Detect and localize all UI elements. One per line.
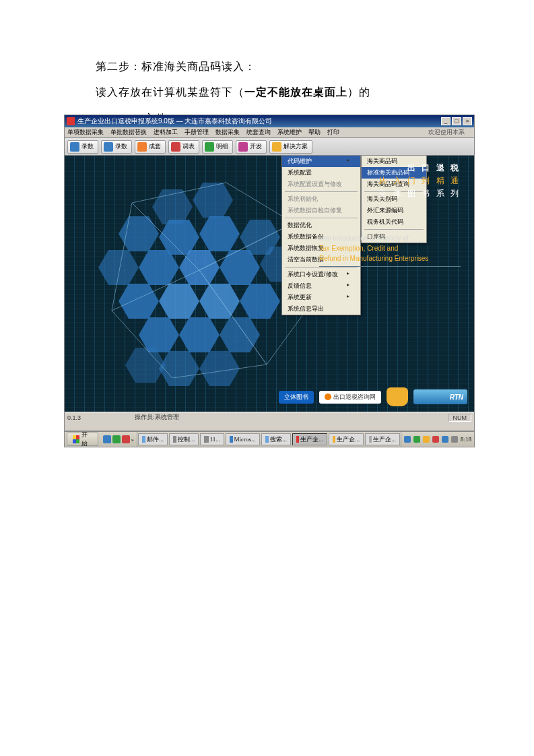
task-icon xyxy=(296,436,299,443)
close-button[interactable]: × xyxy=(463,117,472,125)
task-label: 11... xyxy=(210,436,220,443)
doc-line2-a: 读入存放在计算机某盘符下（ xyxy=(96,86,244,98)
taskbar-task[interactable]: 生产企... xyxy=(365,433,400,445)
tray-icon[interactable] xyxy=(404,436,411,443)
toolbar-button[interactable]: 录数 xyxy=(101,140,132,154)
toolbar-label: 成套 xyxy=(149,142,161,151)
task-label: 生产企... xyxy=(373,435,396,444)
toolbar-label: 录数 xyxy=(115,142,127,151)
taskbar-task[interactable]: Micros... xyxy=(226,433,260,445)
menu-item[interactable]: 系统维护 xyxy=(277,128,302,137)
promo-line3: 立 体 图 书 系 列 xyxy=(346,188,461,199)
menu-item[interactable]: 手册管理 xyxy=(185,128,209,137)
menu-item[interactable]: 统套查询 xyxy=(246,128,271,137)
toolbar-button[interactable]: 成套 xyxy=(135,140,166,154)
task-label: 邮件... xyxy=(147,435,164,444)
toolbar-label: 录数 xyxy=(81,142,94,151)
toolbar-button[interactable]: 开发 xyxy=(236,140,267,154)
tray-icon[interactable] xyxy=(451,436,458,443)
taskbar-task[interactable]: 11... xyxy=(200,433,224,445)
promo-subtext: rom Introduction to Mastery of Tax Exemp… xyxy=(319,233,461,267)
toolbar-icon xyxy=(238,142,248,152)
toolbar-label: 开发 xyxy=(250,142,262,151)
task-icon xyxy=(230,436,232,443)
task-icon xyxy=(369,436,372,443)
tray-icon[interactable] xyxy=(432,436,439,443)
welcome-text: 欢迎使用本系 xyxy=(428,128,465,137)
app-icon xyxy=(67,117,75,125)
submenu-item[interactable]: 税务机关代码 xyxy=(362,216,426,228)
start-label: 开始 xyxy=(81,431,92,447)
task-label: 生产企... xyxy=(300,435,323,444)
menu-item[interactable]: 帮助 xyxy=(308,128,321,137)
tray-clock: 8:18 xyxy=(461,436,471,443)
toolbar-icon xyxy=(205,142,214,152)
task-icon xyxy=(204,436,209,443)
status-numlock: NUM xyxy=(448,414,472,422)
minimize-button[interactable]: _ xyxy=(441,117,450,125)
toolbar-icon xyxy=(104,142,113,152)
menu-item[interactable]: 单批数据替换 xyxy=(110,128,147,137)
windows-taskbar: 开始 » 邮件... 控制... 11... Micros... 搜索... 生… xyxy=(64,431,475,447)
task-icon xyxy=(173,436,176,443)
toolbar-button[interactable]: 解决方案 xyxy=(269,140,312,154)
doc-line1: 第二步：标准海关商品码读入： xyxy=(74,54,465,80)
badge-book[interactable]: 立体图书 xyxy=(279,391,314,404)
window-title: 生产企业出口退税申报系统9.0版 — 大连市嘉泰科技咨询有限公司 xyxy=(77,117,272,126)
taskbar-task-active[interactable]: 生产企... xyxy=(292,433,327,445)
toolbar-button[interactable]: 调表 xyxy=(168,140,199,154)
menu-item[interactable]: 数据优化 xyxy=(282,220,360,231)
taskbar-task[interactable]: 搜索... xyxy=(261,433,291,445)
doc-line2-bold: 一定不能放在桌面上 xyxy=(244,86,347,98)
menu-item[interactable]: 进料加工 xyxy=(154,128,178,137)
taskbar-task[interactable]: 生产企... xyxy=(329,433,364,445)
promo-line2: 从 入 门 到 精 通 xyxy=(346,175,461,187)
toolbar: 录数 录数 成套 调表 明细 开发 解决方案 xyxy=(65,138,474,156)
bottom-badges: 立体图书 出口退税咨询网 RTN xyxy=(279,387,467,406)
maximize-button[interactable]: □ xyxy=(452,117,461,125)
menu-item[interactable]: 系统更新 xyxy=(282,292,360,303)
taskbar-task[interactable]: 邮件... xyxy=(138,433,168,445)
menubar: 单项数据采集 单批数据替换 进料加工 手册管理 数据采集 统套查询 系统维护 帮… xyxy=(65,127,474,138)
tray-icon[interactable] xyxy=(442,436,448,443)
badge-logo: RTN xyxy=(413,389,467,404)
toolbar-icon xyxy=(137,142,147,152)
toolbar-button[interactable]: 明细 xyxy=(202,140,233,154)
toolbar-label: 解决方案 xyxy=(283,142,308,151)
status-operator: 操作员:系统管理 xyxy=(135,413,179,422)
taskbar-task[interactable]: 控制... xyxy=(169,433,199,445)
menu-item[interactable]: 数据采集 xyxy=(215,128,240,137)
badge-website-label: 出口退税咨询网 xyxy=(333,393,376,402)
promo-text: 出 口 退 税 从 入 门 到 精 通 立 体 图 书 系 列 xyxy=(346,162,461,199)
badge-website[interactable]: 出口退税咨询网 xyxy=(319,391,381,404)
tray-icon[interactable] xyxy=(423,436,430,443)
quicklaunch-icon[interactable] xyxy=(103,435,111,443)
task-label: 控制... xyxy=(178,435,195,444)
quick-launch: » xyxy=(100,432,137,447)
menu-item[interactable]: 反馈信息 xyxy=(282,280,360,292)
quicklaunch-icon[interactable] xyxy=(112,435,121,443)
task-label: 搜索... xyxy=(270,435,287,444)
tray-icon[interactable] xyxy=(413,436,420,443)
promo-sub1: rom Introduction to Mastery of xyxy=(319,234,409,242)
quicklaunch-expand[interactable]: » xyxy=(131,437,134,443)
statusbar: 0.1.3 操作员:系统管理 NUM xyxy=(65,412,474,422)
promo-sub3: Refund in Manufacturing Enterprises xyxy=(319,255,428,262)
promo-line1: 出 口 退 税 xyxy=(346,162,461,174)
menu-item[interactable]: 单项数据采集 xyxy=(67,128,104,137)
toolbar-button[interactable]: 录数 xyxy=(67,140,98,154)
app-window: 生产企业出口退税申报系统9.0版 — 大连市嘉泰科技咨询有限公司 _ □ × 单… xyxy=(64,115,475,431)
toolbar-label: 明细 xyxy=(216,142,228,151)
menu-item[interactable]: 系统口令设置/修改 xyxy=(282,269,360,280)
start-button[interactable]: 开始 xyxy=(67,433,98,446)
menu-item[interactable]: 系统信息导出 xyxy=(282,303,360,315)
task-icon xyxy=(265,436,269,443)
quicklaunch-icon[interactable] xyxy=(122,435,130,443)
submenu-item[interactable]: 外汇来源编码 xyxy=(362,205,426,216)
menu-item[interactable]: 打印 xyxy=(327,128,339,137)
task-label: 生产企... xyxy=(337,435,360,444)
task-label: Micros... xyxy=(234,436,256,443)
toolbar-label: 调表 xyxy=(182,142,195,151)
mascot-icon xyxy=(387,387,408,406)
main-canvas: 代码维护 系统配置 系统配置设置与修改 系统初始化 系统数据自检自修复 数据优化… xyxy=(65,156,474,412)
